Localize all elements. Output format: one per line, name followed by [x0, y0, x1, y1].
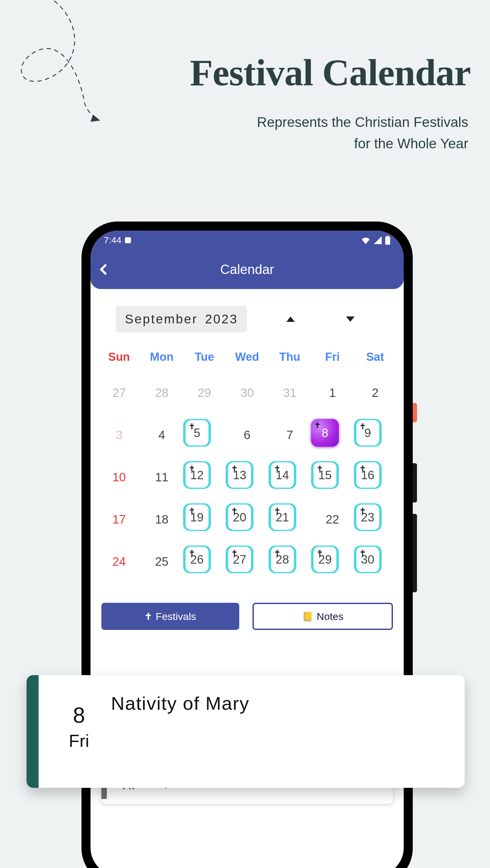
dow-thu: Thu	[268, 350, 311, 364]
festival-cross-icon: ✝	[359, 506, 366, 516]
day-number: 28	[155, 386, 169, 400]
festival-cross-icon: ✝	[189, 464, 195, 473]
festival-cross-icon: ✝	[359, 549, 366, 558]
day-number: 31	[283, 386, 296, 400]
calendar-day[interactable]: 31	[268, 377, 311, 409]
calendar-day[interactable]: 6	[226, 419, 268, 451]
day-number: 10	[112, 470, 126, 484]
cross-icon: ✝	[145, 611, 152, 622]
month-next-button[interactable]	[346, 316, 354, 322]
festival-cross-icon: ✝	[317, 549, 323, 558]
phone-volume-up	[413, 463, 417, 502]
festival-cross-icon: ✝	[274, 549, 281, 558]
header-title: Calendar	[90, 262, 404, 277]
weekday-header: Sun Mon Tue Wed Thu Fri Sat	[98, 350, 397, 364]
calendar-day[interactable]: 10	[98, 461, 140, 493]
calendar-day[interactable]: ✝16	[354, 461, 382, 489]
swirl-decoration	[0, 0, 103, 127]
dow-mon: Mon	[140, 350, 183, 364]
day-number: 4	[158, 428, 165, 442]
status-bar: 7:44	[90, 230, 404, 250]
festival-cross-icon: ✝	[189, 422, 195, 431]
calendar-day[interactable]: 4	[140, 419, 183, 451]
month-label: September	[125, 312, 198, 327]
calendar-day[interactable]: 1	[311, 377, 354, 409]
day-number: 17	[112, 513, 126, 526]
notes-tab-label: Notes	[317, 611, 344, 622]
hero-title: Festival Calendar	[190, 51, 471, 94]
festival-cross-icon: ✝	[359, 422, 366, 431]
calendar-day[interactable]: 27	[98, 377, 140, 409]
festivals-tab-label: Festivals	[156, 611, 196, 622]
day-number: 8	[322, 426, 328, 440]
calendar-day[interactable]: ✝14	[268, 461, 296, 489]
calendar-day[interactable]: ✝19	[183, 503, 211, 531]
calendar-day[interactable]: ✝20	[226, 503, 254, 531]
calendar-day[interactable]: ✝29	[311, 546, 339, 573]
festival-cross-icon: ✝	[274, 464, 281, 473]
day-number: 27	[112, 386, 126, 400]
festival-cross-icon: ✝	[317, 464, 323, 473]
calendar-day[interactable]: 2	[354, 377, 397, 409]
phone-volume-down	[413, 514, 417, 592]
calendar-day[interactable]: 11	[140, 461, 183, 493]
day-number: 3	[116, 428, 122, 442]
hero-sub-line: for the Whole Year	[257, 133, 468, 154]
calendar-day[interactable]: 28	[140, 377, 183, 409]
calendar-day[interactable]: 22	[311, 503, 354, 535]
day-number: 7	[286, 428, 293, 442]
status-app-icon	[125, 237, 131, 243]
day-number: 11	[155, 470, 169, 484]
dow-fri: Fri	[311, 350, 354, 364]
day-number: 2	[372, 386, 378, 400]
hero-subtitle: Represents the Christian Festivals for t…	[257, 112, 468, 155]
calendar-day[interactable]: ✝9	[354, 419, 382, 447]
festival-cross-icon: ✝	[314, 421, 321, 430]
svg-rect-1	[385, 237, 390, 245]
day-number: 1	[329, 386, 336, 400]
wifi-icon	[361, 236, 371, 244]
dow-sun: Sun	[98, 350, 140, 364]
svg-rect-0	[387, 236, 388, 237]
month-year-picker[interactable]: September 2023	[116, 306, 247, 333]
calendar-day[interactable]: 25	[140, 546, 183, 578]
calendar-day[interactable]: 7	[268, 419, 311, 451]
day-number: 24	[112, 555, 126, 568]
calendar-day[interactable]: 3	[98, 419, 140, 451]
calendar-day[interactable]: ✝27	[226, 546, 254, 573]
dow-sat: Sat	[354, 350, 397, 364]
dow-tue: Tue	[183, 350, 226, 364]
month-prev-button[interactable]	[286, 316, 295, 322]
calendar-day[interactable]: 17	[98, 503, 140, 535]
day-number: 30	[240, 386, 254, 400]
calendar-day[interactable]: 24	[98, 546, 140, 578]
hero-sub-line: Represents the Christian Festivals	[257, 112, 468, 133]
calendar-day[interactable]: ✝12	[183, 461, 211, 489]
calendar-day[interactable]: 29	[183, 377, 226, 409]
calendar-day[interactable]: ✝23	[354, 503, 382, 531]
festival-cross-icon: ✝	[274, 506, 281, 516]
day-number: 6	[244, 428, 251, 442]
calendar-day[interactable]: ✝30	[354, 546, 382, 573]
festivals-tab[interactable]: ✝ Festivals	[102, 603, 239, 630]
overlay-day-name: Fri	[69, 731, 89, 751]
calendar-day[interactable]: ✝15	[311, 461, 339, 489]
status-time: 7:44	[104, 235, 361, 245]
calendar-day[interactable]: ✝8	[311, 419, 339, 447]
calendar-day[interactable]: 18	[140, 503, 183, 535]
calendar-day[interactable]: ✝21	[268, 503, 296, 531]
festival-cross-icon: ✝	[189, 549, 195, 558]
battery-icon	[385, 236, 391, 245]
dow-wed: Wed	[226, 350, 268, 364]
calendar-day[interactable]: ✝26	[183, 546, 211, 573]
calendar-day[interactable]: ✝13	[226, 461, 254, 489]
calendar-day[interactable]: ✝28	[268, 546, 296, 573]
calendar-day[interactable]: 30	[226, 377, 268, 409]
calendar-day[interactable]: ✝5	[183, 419, 211, 447]
notes-tab[interactable]: 📒 Notes	[253, 603, 393, 630]
day-number: 18	[155, 513, 169, 526]
status-time-text: 7:44	[104, 235, 121, 245]
featured-festival-card[interactable]: 8 Fri Nativity of Mary	[27, 675, 465, 788]
phone-power-button	[413, 403, 417, 422]
year-label: 2023	[205, 312, 238, 327]
